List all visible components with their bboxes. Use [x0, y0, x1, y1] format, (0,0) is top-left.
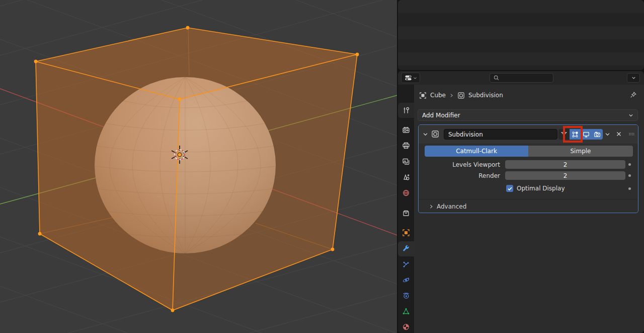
search-icon	[493, 75, 500, 81]
constraints-icon	[402, 292, 410, 300]
header-options-dropdown[interactable]	[627, 73, 640, 83]
levels-viewport-slider[interactable]: 2	[505, 160, 625, 169]
collection-box-icon	[402, 209, 410, 217]
chevron-down-icon	[628, 113, 633, 118]
tool-icon	[402, 106, 410, 114]
camera-icon	[594, 131, 601, 138]
modifier-name-field[interactable]	[444, 129, 557, 140]
breadcrumb: Cube Subdivision	[419, 90, 503, 100]
optimal-display-label: Optimal Display	[517, 185, 565, 192]
subsurf-modifier-icon	[431, 130, 439, 138]
tab-object-data[interactable]	[398, 304, 414, 319]
properties-editor-icon	[405, 74, 412, 82]
search-field[interactable]	[500, 75, 548, 82]
tab-output[interactable]	[398, 138, 414, 153]
particles-icon	[402, 260, 410, 269]
modifier-panel-subdivision: Catmull-Clark Simple Levels Viewport 2 R…	[418, 124, 638, 213]
search-input[interactable]	[490, 73, 553, 83]
breadcrumb-object[interactable]: Cube	[430, 92, 446, 99]
properties-editor: Cube Subdivision Add Modif	[398, 71, 644, 333]
mesh-object-icon	[419, 92, 427, 99]
tab-view-layer[interactable]	[398, 154, 414, 169]
wrench-icon	[402, 245, 410, 253]
optimal-display-checkbox[interactable]	[506, 185, 513, 192]
printer-icon	[402, 142, 410, 150]
render-levels-label: Render	[425, 172, 500, 179]
tab-physics[interactable]	[398, 273, 414, 288]
simple-button[interactable]: Simple	[528, 146, 633, 157]
tab-tool[interactable]	[398, 103, 414, 118]
object-origin-dot	[178, 153, 182, 157]
cube-object[interactable]	[34, 26, 359, 312]
world-icon	[402, 189, 410, 197]
levels-viewport-label: Levels Viewport	[425, 161, 500, 168]
tab-particles[interactable]	[398, 257, 414, 272]
mesh-data-icon	[402, 307, 410, 315]
catmull-clark-button[interactable]: Catmull-Clark	[425, 146, 528, 157]
chevron-right-icon	[429, 204, 434, 209]
physics-icon	[402, 276, 410, 284]
render-levels-slider[interactable]: 2	[505, 171, 625, 180]
render-icon	[402, 126, 410, 134]
editor-type-button[interactable]	[401, 73, 420, 83]
scene-icon	[402, 173, 410, 181]
tab-material[interactable]	[398, 319, 414, 333]
object-icon	[402, 229, 410, 237]
outliner-region[interactable]	[398, 0, 644, 70]
tab-world[interactable]	[398, 185, 414, 201]
delete-modifier-icon[interactable]	[615, 130, 622, 138]
subpanel-separator	[419, 199, 637, 199]
add-modifier-label: Add Modifier	[422, 112, 460, 119]
properties-header	[398, 71, 644, 85]
check-icon	[507, 186, 513, 191]
decorator-dot[interactable]	[628, 187, 631, 190]
pin-icon[interactable]	[629, 91, 637, 99]
chevron-right-icon	[449, 93, 454, 98]
images-icon	[402, 158, 410, 166]
monitor-icon	[583, 131, 590, 138]
tab-collection[interactable]	[398, 206, 414, 221]
material-icon	[402, 323, 410, 331]
tab-object[interactable]	[398, 225, 414, 240]
subsurf-modifier-icon	[457, 92, 465, 99]
breadcrumb-modifier[interactable]: Subdivision	[468, 92, 503, 99]
decorator-dot[interactable]	[628, 174, 631, 177]
modifier-extras-chevron[interactable]	[605, 131, 610, 137]
tab-render[interactable]	[398, 122, 414, 138]
3d-viewport[interactable]	[0, 0, 397, 333]
chevron-down-icon	[413, 76, 417, 80]
annotation-red-box	[563, 126, 583, 143]
tab-constraints[interactable]	[398, 288, 414, 303]
panel-expand-chevron[interactable]	[423, 131, 428, 137]
drag-handle-icon[interactable]	[627, 130, 635, 138]
properties-tab-strip	[398, 85, 414, 333]
tab-scene[interactable]	[398, 170, 414, 185]
modifier-panel-header	[419, 125, 638, 144]
advanced-subpanel-header[interactable]: Advanced	[419, 200, 638, 213]
toggle-render-display[interactable]	[592, 129, 603, 140]
tab-modifiers[interactable]	[398, 241, 414, 256]
advanced-label: Advanced	[437, 203, 466, 210]
add-modifier-button[interactable]: Add Modifier	[418, 109, 638, 121]
decorator-dot[interactable]	[628, 163, 631, 166]
properties-main: Cube Subdivision Add Modif	[414, 85, 644, 333]
